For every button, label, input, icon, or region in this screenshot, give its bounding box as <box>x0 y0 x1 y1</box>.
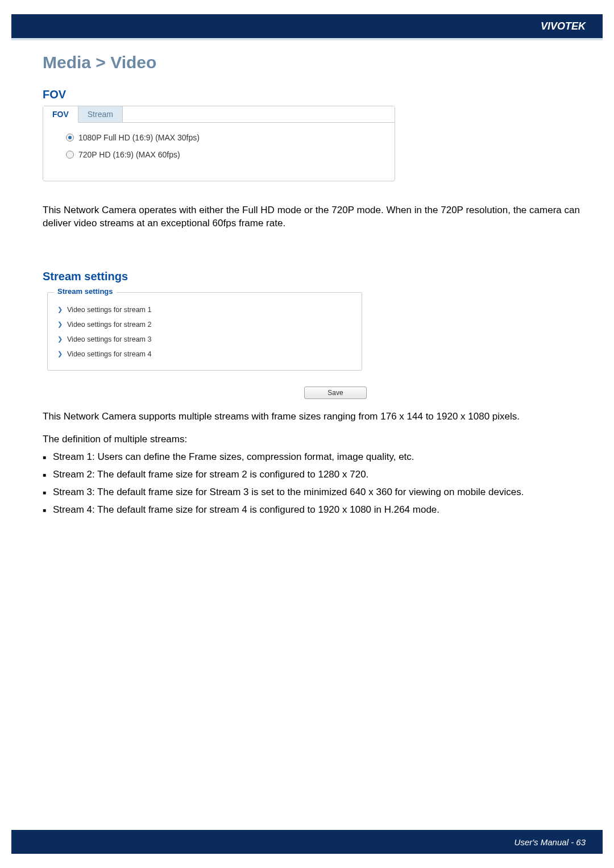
list-item: Stream 4: The default frame size for str… <box>43 504 580 517</box>
tab-filler <box>123 106 395 123</box>
list-item: Stream 3: The default frame size for Str… <box>43 486 580 499</box>
tab-stream[interactable]: Stream <box>78 106 123 123</box>
save-row: Save <box>43 387 367 399</box>
fov-panel: FOV Stream 1080P Full HD (16:9) (MAX 30f… <box>43 106 395 181</box>
tab-fov[interactable]: FOV <box>43 106 78 123</box>
fov-option-1080p-label: 1080P Full HD (16:9) (MAX 30fps) <box>78 133 200 142</box>
stream-item-label: Video settings for stream 4 <box>67 350 151 358</box>
stream-items: ❯ Video settings for stream 1 ❯ Video se… <box>52 298 358 364</box>
header-bar: VIVOTEK <box>11 14 603 38</box>
page-title: Media > Video <box>43 53 580 72</box>
save-button[interactable]: Save <box>304 387 367 399</box>
list-item: Stream 1: Users can define the Frame siz… <box>43 451 580 464</box>
stream-description: This Network Camera supports multiple st… <box>43 410 580 423</box>
radio-icon <box>66 151 74 159</box>
brand-label: VIVOTEK <box>541 20 586 32</box>
fov-options: 1080P Full HD (16:9) (MAX 30fps) 720P HD… <box>43 123 395 181</box>
fov-option-720p[interactable]: 720P HD (16:9) (MAX 60fps) <box>66 150 372 159</box>
page-content: Media > Video FOV FOV Stream 1080P Full … <box>0 40 614 517</box>
chevron-right-icon: ❯ <box>57 321 63 328</box>
radio-icon <box>66 134 74 142</box>
stream-definition-list: Stream 1: Users can define the Frame siz… <box>43 451 580 517</box>
stream-item-label: Video settings for stream 3 <box>67 335 151 343</box>
stream-item-4[interactable]: ❯ Video settings for stream 4 <box>57 347 354 362</box>
list-item: Stream 2: The default frame size for str… <box>43 468 580 481</box>
fov-option-1080p[interactable]: 1080P Full HD (16:9) (MAX 30fps) <box>66 133 372 142</box>
chevron-right-icon: ❯ <box>57 306 63 313</box>
footer-page-label: User's Manual - 63 <box>515 837 586 847</box>
chevron-right-icon: ❯ <box>57 350 63 358</box>
chevron-right-icon: ❯ <box>57 335 63 343</box>
stream-item-2[interactable]: ❯ Video settings for stream 2 <box>57 317 354 332</box>
stream-item-label: Video settings for stream 1 <box>67 306 151 314</box>
stream-item-label: Video settings for stream 2 <box>67 321 151 329</box>
tabs-row: FOV Stream <box>43 106 395 123</box>
fov-option-720p-label: 720P HD (16:9) (MAX 60fps) <box>78 150 180 159</box>
stream-definition-heading: The definition of multiple streams: <box>43 434 580 445</box>
stream-item-1[interactable]: ❯ Video settings for stream 1 <box>57 302 354 317</box>
stream-settings-legend: Stream settings <box>54 287 117 296</box>
fov-heading: FOV <box>43 88 580 101</box>
footer-bar: User's Manual - 63 <box>11 830 603 854</box>
fov-description: This Network Camera operates with either… <box>43 204 580 230</box>
stream-settings-heading: Stream settings <box>43 270 580 283</box>
stream-settings-panel: Stream settings ❯ Video settings for str… <box>43 288 367 375</box>
stream-item-3[interactable]: ❯ Video settings for stream 3 <box>57 332 354 347</box>
